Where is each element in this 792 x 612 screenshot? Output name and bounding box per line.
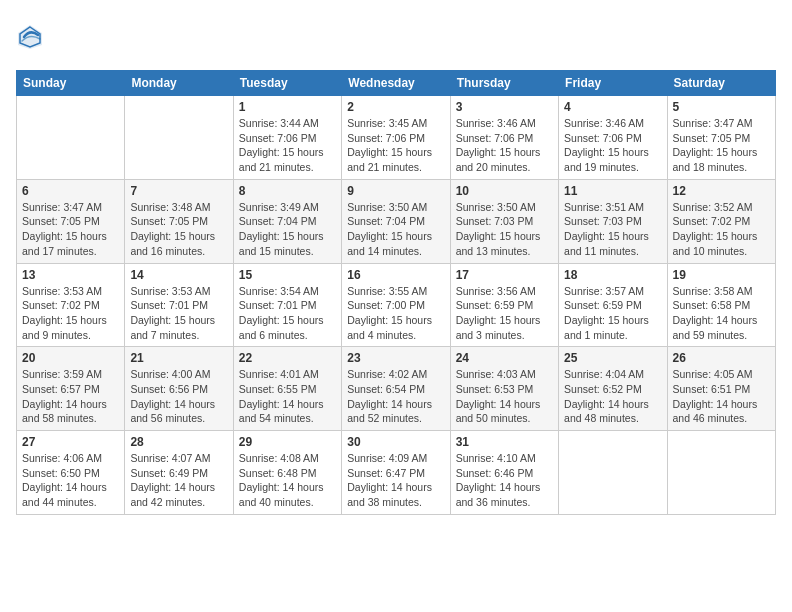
day-number: 17 [456,268,553,282]
calendar-cell: 27Sunrise: 4:06 AMSunset: 6:50 PMDayligh… [17,431,125,515]
day-info: Sunrise: 3:47 AMSunset: 7:05 PMDaylight:… [673,116,770,175]
day-number: 18 [564,268,661,282]
calendar-cell: 3Sunrise: 3:46 AMSunset: 7:06 PMDaylight… [450,96,558,180]
day-info: Sunrise: 3:58 AMSunset: 6:58 PMDaylight:… [673,284,770,343]
calendar-cell: 16Sunrise: 3:55 AMSunset: 7:00 PMDayligh… [342,263,450,347]
day-of-week-header: Thursday [450,71,558,96]
calendar-cell: 29Sunrise: 4:08 AMSunset: 6:48 PMDayligh… [233,431,341,515]
day-number: 3 [456,100,553,114]
day-info: Sunrise: 4:03 AMSunset: 6:53 PMDaylight:… [456,367,553,426]
day-number: 16 [347,268,444,282]
day-number: 12 [673,184,770,198]
day-info: Sunrise: 4:10 AMSunset: 6:46 PMDaylight:… [456,451,553,510]
day-number: 21 [130,351,227,365]
day-number: 9 [347,184,444,198]
calendar-cell: 21Sunrise: 4:00 AMSunset: 6:56 PMDayligh… [125,347,233,431]
day-number: 28 [130,435,227,449]
calendar-week-row: 13Sunrise: 3:53 AMSunset: 7:02 PMDayligh… [17,263,776,347]
calendar-cell: 28Sunrise: 4:07 AMSunset: 6:49 PMDayligh… [125,431,233,515]
day-number: 20 [22,351,119,365]
day-info: Sunrise: 3:44 AMSunset: 7:06 PMDaylight:… [239,116,336,175]
day-info: Sunrise: 4:08 AMSunset: 6:48 PMDaylight:… [239,451,336,510]
day-number: 10 [456,184,553,198]
calendar-body: 1Sunrise: 3:44 AMSunset: 7:06 PMDaylight… [17,96,776,515]
day-info: Sunrise: 4:06 AMSunset: 6:50 PMDaylight:… [22,451,119,510]
calendar-cell: 1Sunrise: 3:44 AMSunset: 7:06 PMDaylight… [233,96,341,180]
day-info: Sunrise: 3:53 AMSunset: 7:02 PMDaylight:… [22,284,119,343]
calendar-cell: 10Sunrise: 3:50 AMSunset: 7:03 PMDayligh… [450,179,558,263]
calendar-cell: 8Sunrise: 3:49 AMSunset: 7:04 PMDaylight… [233,179,341,263]
calendar-cell: 19Sunrise: 3:58 AMSunset: 6:58 PMDayligh… [667,263,775,347]
calendar-cell: 17Sunrise: 3:56 AMSunset: 6:59 PMDayligh… [450,263,558,347]
day-number: 25 [564,351,661,365]
day-info: Sunrise: 3:46 AMSunset: 7:06 PMDaylight:… [564,116,661,175]
day-info: Sunrise: 3:49 AMSunset: 7:04 PMDaylight:… [239,200,336,259]
day-info: Sunrise: 4:07 AMSunset: 6:49 PMDaylight:… [130,451,227,510]
day-number: 5 [673,100,770,114]
day-of-week-header: Sunday [17,71,125,96]
day-info: Sunrise: 3:45 AMSunset: 7:06 PMDaylight:… [347,116,444,175]
calendar-cell: 15Sunrise: 3:54 AMSunset: 7:01 PMDayligh… [233,263,341,347]
calendar-cell: 14Sunrise: 3:53 AMSunset: 7:01 PMDayligh… [125,263,233,347]
calendar-cell: 30Sunrise: 4:09 AMSunset: 6:47 PMDayligh… [342,431,450,515]
calendar-cell: 31Sunrise: 4:10 AMSunset: 6:46 PMDayligh… [450,431,558,515]
logo [16,16,48,58]
calendar-cell: 22Sunrise: 4:01 AMSunset: 6:55 PMDayligh… [233,347,341,431]
day-number: 14 [130,268,227,282]
day-of-week-header: Friday [559,71,667,96]
day-info: Sunrise: 4:00 AMSunset: 6:56 PMDaylight:… [130,367,227,426]
calendar-cell: 23Sunrise: 4:02 AMSunset: 6:54 PMDayligh… [342,347,450,431]
logo-icon [16,23,44,51]
day-of-week-header: Wednesday [342,71,450,96]
day-number: 15 [239,268,336,282]
day-number: 11 [564,184,661,198]
calendar-cell: 2Sunrise: 3:45 AMSunset: 7:06 PMDaylight… [342,96,450,180]
day-number: 19 [673,268,770,282]
day-info: Sunrise: 3:48 AMSunset: 7:05 PMDaylight:… [130,200,227,259]
day-number: 26 [673,351,770,365]
day-number: 23 [347,351,444,365]
day-number: 6 [22,184,119,198]
day-info: Sunrise: 4:01 AMSunset: 6:55 PMDaylight:… [239,367,336,426]
day-info: Sunrise: 3:50 AMSunset: 7:04 PMDaylight:… [347,200,444,259]
day-number: 1 [239,100,336,114]
day-info: Sunrise: 3:54 AMSunset: 7:01 PMDaylight:… [239,284,336,343]
day-info: Sunrise: 3:55 AMSunset: 7:00 PMDaylight:… [347,284,444,343]
day-number: 2 [347,100,444,114]
calendar-cell: 11Sunrise: 3:51 AMSunset: 7:03 PMDayligh… [559,179,667,263]
day-info: Sunrise: 4:09 AMSunset: 6:47 PMDaylight:… [347,451,444,510]
day-number: 13 [22,268,119,282]
calendar-week-row: 20Sunrise: 3:59 AMSunset: 6:57 PMDayligh… [17,347,776,431]
day-info: Sunrise: 4:02 AMSunset: 6:54 PMDaylight:… [347,367,444,426]
calendar-cell: 9Sunrise: 3:50 AMSunset: 7:04 PMDaylight… [342,179,450,263]
day-number: 31 [456,435,553,449]
calendar-week-row: 27Sunrise: 4:06 AMSunset: 6:50 PMDayligh… [17,431,776,515]
calendar-cell: 7Sunrise: 3:48 AMSunset: 7:05 PMDaylight… [125,179,233,263]
calendar-week-row: 1Sunrise: 3:44 AMSunset: 7:06 PMDaylight… [17,96,776,180]
day-info: Sunrise: 3:50 AMSunset: 7:03 PMDaylight:… [456,200,553,259]
day-number: 22 [239,351,336,365]
day-of-week-header: Monday [125,71,233,96]
day-number: 29 [239,435,336,449]
calendar-cell: 12Sunrise: 3:52 AMSunset: 7:02 PMDayligh… [667,179,775,263]
calendar-cell [17,96,125,180]
calendar-cell: 25Sunrise: 4:04 AMSunset: 6:52 PMDayligh… [559,347,667,431]
calendar-table: SundayMondayTuesdayWednesdayThursdayFrid… [16,70,776,515]
day-info: Sunrise: 3:46 AMSunset: 7:06 PMDaylight:… [456,116,553,175]
day-of-week-header: Tuesday [233,71,341,96]
day-number: 27 [22,435,119,449]
day-of-week-header: Saturday [667,71,775,96]
day-number: 7 [130,184,227,198]
day-number: 24 [456,351,553,365]
page-header [16,16,776,58]
day-number: 4 [564,100,661,114]
day-info: Sunrise: 3:51 AMSunset: 7:03 PMDaylight:… [564,200,661,259]
calendar-cell: 18Sunrise: 3:57 AMSunset: 6:59 PMDayligh… [559,263,667,347]
day-info: Sunrise: 3:56 AMSunset: 6:59 PMDaylight:… [456,284,553,343]
day-info: Sunrise: 3:57 AMSunset: 6:59 PMDaylight:… [564,284,661,343]
day-info: Sunrise: 3:59 AMSunset: 6:57 PMDaylight:… [22,367,119,426]
day-info: Sunrise: 4:05 AMSunset: 6:51 PMDaylight:… [673,367,770,426]
calendar-cell: 4Sunrise: 3:46 AMSunset: 7:06 PMDaylight… [559,96,667,180]
calendar-cell [559,431,667,515]
calendar-cell: 20Sunrise: 3:59 AMSunset: 6:57 PMDayligh… [17,347,125,431]
